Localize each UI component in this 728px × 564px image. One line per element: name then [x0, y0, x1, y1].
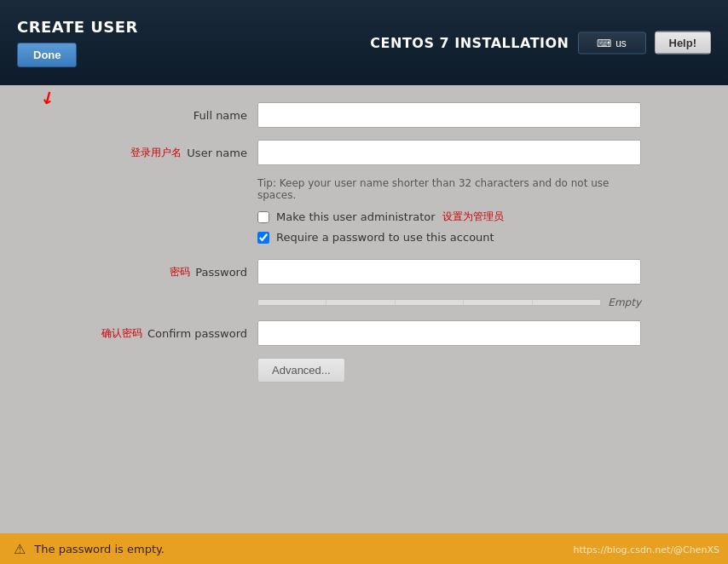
password-req-area: Require a password to use this account	[257, 231, 641, 244]
username-input[interactable]	[257, 140, 641, 165]
watermark: https://blog.csdn.net/@ChenXS	[573, 544, 719, 555]
main-content: Full name 登录用户名 User name Tip: Keep your…	[0, 85, 728, 537]
header-left: CREATE USER Done	[17, 18, 138, 67]
centos-title: CENTOS 7 INSTALLATION	[370, 35, 569, 51]
strength-seg-2	[326, 300, 395, 305]
strength-bar	[257, 299, 601, 306]
warning-bar: ⚠ The password is empty. https://blog.cs…	[0, 533, 728, 564]
header: CREATE USER Done CENTOS 7 INSTALLATION ⌨…	[0, 0, 728, 85]
password-label-area: 密码 Password	[87, 265, 257, 279]
username-row: 登录用户名 User name	[87, 140, 641, 165]
done-button[interactable]: Done	[17, 43, 77, 67]
strength-seg-1	[258, 300, 326, 305]
strength-seg-4	[464, 300, 532, 305]
admin-checkbox-label: Make this user administrator	[276, 210, 436, 223]
warning-text: The password is empty.	[34, 543, 165, 555]
fullname-label-area: Full name	[87, 109, 257, 122]
strength-label: Empty	[608, 296, 641, 308]
username-label-area: 登录用户名 User name	[87, 146, 257, 160]
help-button[interactable]: Help!	[655, 32, 712, 55]
confirm-row: 确认密码 Confirm password	[87, 320, 641, 346]
fullname-label: Full name	[194, 109, 247, 122]
form-area: Full name 登录用户名 User name Tip: Keep your…	[87, 102, 641, 383]
strength-seg-5	[533, 300, 600, 305]
fullname-row: Full name	[87, 102, 641, 128]
page-title: CREATE USER	[17, 18, 138, 36]
keyboard-layout: us	[615, 37, 627, 49]
tip-text: Tip: Keep your user name shorter than 32…	[257, 177, 641, 201]
admin-checkbox[interactable]	[257, 211, 269, 223]
tip-row: Tip: Keep your user name shorter than 32…	[87, 177, 641, 201]
strength-seg-3	[396, 300, 464, 305]
strength-row: Empty	[87, 296, 641, 308]
confirm-password-input[interactable]	[257, 320, 641, 346]
password-req-row: Require a password to use this account	[87, 231, 641, 244]
password-row: 密码 Password	[87, 259, 641, 285]
password-label-zh: 密码	[170, 265, 190, 279]
strength-bar-container: Empty	[257, 296, 641, 308]
admin-checkbox-area: Make this user administrator 设置为管理员	[257, 210, 641, 224]
username-label-en: User name	[187, 147, 247, 159]
password-label-en: Password	[195, 266, 247, 279]
password-required-checkbox[interactable]	[257, 232, 269, 244]
keyboard-icon: ⌨	[597, 37, 611, 49]
advanced-row: Advanced...	[87, 358, 641, 383]
password-input[interactable]	[257, 259, 641, 285]
header-right: CENTOS 7 INSTALLATION ⌨ us Help!	[370, 32, 711, 55]
advanced-button[interactable]: Advanced...	[257, 358, 345, 383]
confirm-label-zh: 确认密码	[101, 326, 142, 341]
username-label-zh: 登录用户名	[130, 146, 182, 160]
fullname-input[interactable]	[257, 102, 641, 128]
admin-checkbox-label-zh: 设置为管理员	[442, 210, 504, 224]
admin-checkbox-row: Make this user administrator 设置为管理员	[87, 210, 641, 224]
keyboard-button[interactable]: ⌨ us	[578, 32, 646, 54]
confirm-label-en: Confirm password	[147, 327, 247, 340]
confirm-label-area: 确认密码 Confirm password	[87, 326, 257, 341]
warning-icon: ⚠	[14, 541, 26, 557]
password-req-label: Require a password to use this account	[276, 231, 494, 244]
